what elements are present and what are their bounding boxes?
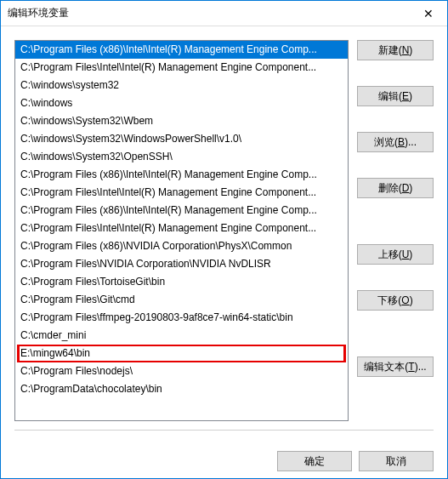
new-button[interactable]: 新建(N) xyxy=(357,40,434,60)
dialog-footer: 确定 取消 xyxy=(1,441,447,478)
delete-button[interactable]: 删除(D) xyxy=(357,178,434,198)
close-button[interactable]: ✕ xyxy=(409,1,447,26)
divider xyxy=(14,430,434,431)
list-item[interactable]: C:\cmder_mini xyxy=(15,327,348,345)
browse-button[interactable]: 浏览(B)... xyxy=(357,132,434,152)
cancel-button[interactable]: 取消 xyxy=(359,451,434,471)
move-up-button[interactable]: 上移(U) xyxy=(357,244,434,265)
list-item[interactable]: C:\windows\System32\OpenSSH\ xyxy=(15,148,348,166)
list-item[interactable]: C:\Program Files (x86)\Intel\Intel(R) Ma… xyxy=(15,202,348,220)
dialog-content: C:\Program Files (x86)\Intel\Intel(R) Ma… xyxy=(1,26,447,441)
list-item[interactable]: C:\Program Files\Intel\Intel(R) Manageme… xyxy=(15,184,348,202)
ok-button[interactable]: 确定 xyxy=(277,451,352,471)
list-item[interactable]: C:\windows\System32\Wbem xyxy=(15,112,348,130)
list-item[interactable]: C:\windows\System32\WindowsPowerShell\v1… xyxy=(15,130,348,148)
list-item[interactable]: C:\windows xyxy=(15,94,348,112)
list-item[interactable]: C:\Program Files\TortoiseGit\bin xyxy=(15,273,348,291)
button-column: 新建(N) 编辑(E) 浏览(B)... 删除(D) 上移(U) 下移(O) 编… xyxy=(357,40,434,421)
list-item[interactable]: C:\ProgramData\chocolatey\bin xyxy=(15,380,348,398)
list-item[interactable]: C:\Program Files\NVIDIA Corporation\NVID… xyxy=(15,255,348,273)
edit-button[interactable]: 编辑(E) xyxy=(357,86,434,106)
close-icon: ✕ xyxy=(423,8,434,20)
list-item[interactable]: C:\Program Files\Intel\Intel(R) Manageme… xyxy=(15,59,348,77)
list-item[interactable]: C:\Program Files\ffmpeg-20190803-9af8ce7… xyxy=(15,309,348,327)
path-listbox[interactable]: C:\Program Files (x86)\Intel\Intel(R) Ma… xyxy=(14,40,349,421)
move-down-button[interactable]: 下移(O) xyxy=(357,290,434,311)
list-item[interactable]: C:\Program Files (x86)\NVIDIA Corporatio… xyxy=(15,237,348,255)
list-item[interactable]: C:\Program Files\Git\cmd xyxy=(15,291,348,309)
list-item[interactable]: E:\mingw64\bin xyxy=(15,345,348,362)
titlebar: 编辑环境变量 ✕ xyxy=(1,1,447,26)
edit-text-button[interactable]: 编辑文本(T)... xyxy=(357,356,434,377)
list-item[interactable]: C:\Program Files (x86)\Intel\Intel(R) Ma… xyxy=(15,41,348,59)
dialog-title: 编辑环境变量 xyxy=(8,6,69,20)
main-row: C:\Program Files (x86)\Intel\Intel(R) Ma… xyxy=(14,40,434,421)
list-item[interactable]: C:\windows\system32 xyxy=(15,77,348,94)
list-item[interactable]: C:\Program Files (x86)\Intel\Intel(R) Ma… xyxy=(15,166,348,184)
list-item[interactable]: C:\Program Files\Intel\Intel(R) Manageme… xyxy=(15,220,348,237)
dialog-window: 编辑环境变量 ✕ C:\Program Files (x86)\Intel\In… xyxy=(0,0,448,479)
list-item[interactable]: C:\Program Files\nodejs\ xyxy=(15,362,348,380)
